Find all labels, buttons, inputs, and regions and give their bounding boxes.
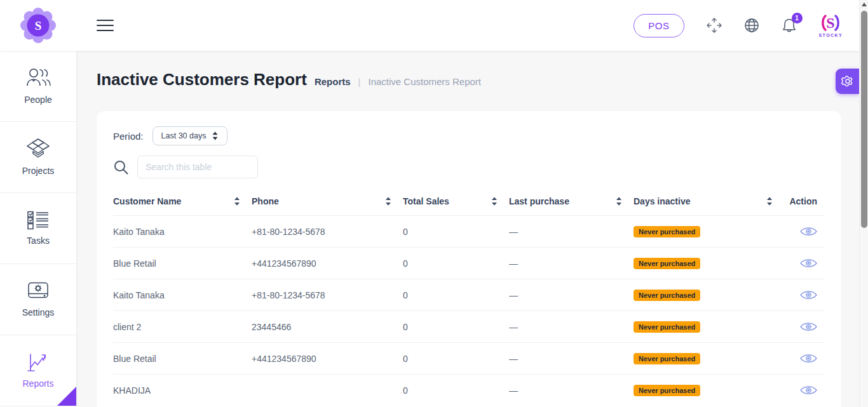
sidebar-item-tasks[interactable]: Tasks — [0, 193, 76, 264]
never-purchased-badge: Never purchased — [634, 353, 700, 364]
sidebar-item-projects[interactable]: Projects — [0, 122, 76, 193]
period-value: Last 30 days — [161, 131, 207, 140]
cell-phone: +441234567890 — [252, 354, 403, 364]
cell-days-inactive: Never purchased — [634, 290, 784, 301]
sidebar-item-label: Projects — [22, 166, 55, 176]
cell-last-purchase: — — [509, 385, 634, 396]
cell-phone: +441234567890 — [252, 258, 403, 269]
table-search-input[interactable] — [137, 156, 258, 178]
column-header-phone[interactable]: Phone — [252, 196, 403, 206]
cell-last-purchase: — — [509, 322, 634, 332]
updown-arrows-icon — [212, 131, 219, 140]
never-purchased-badge: Never purchased — [634, 258, 700, 269]
view-details-button[interactable] — [800, 353, 817, 364]
eye-icon — [800, 321, 817, 332]
column-header-action: Action — [784, 196, 825, 206]
eye-icon — [800, 258, 817, 269]
sort-icon[interactable] — [234, 197, 240, 206]
pos-button[interactable]: POS — [634, 14, 684, 37]
tasks-icon — [27, 211, 50, 230]
sidebar-nav: People Projects Tasks Set — [0, 51, 76, 407]
scrollbar-up-arrow-icon[interactable] — [862, 3, 867, 6]
cell-action — [784, 258, 825, 269]
cell-total-sales: 0 — [403, 227, 509, 237]
cell-action — [784, 321, 825, 332]
view-details-button[interactable] — [800, 385, 817, 396]
cell-customer-name: Kaito Tanaka — [113, 290, 252, 300]
column-header-days-inactive[interactable]: Days inactive — [634, 196, 784, 206]
notifications-bell-icon[interactable]: 1 — [781, 17, 797, 34]
globe-icon[interactable] — [744, 18, 759, 33]
report-card: Period: Last 30 days Customer Name — [97, 111, 841, 407]
never-purchased-badge: Never purchased — [634, 321, 700, 333]
breadcrumb-separator: | — [358, 76, 361, 87]
sort-icon[interactable] — [385, 197, 391, 206]
cell-customer-name: Blue Retail — [113, 354, 252, 364]
period-select[interactable]: Last 30 days — [153, 126, 228, 145]
table-header-row: Customer Name Phone Total Sales Last pur… — [113, 192, 825, 215]
projects-icon — [26, 138, 50, 160]
sort-icon[interactable] — [616, 197, 622, 206]
header-actions: POS 1 — [634, 0, 843, 51]
cell-total-sales: 0 — [403, 385, 509, 396]
sidebar-item-settings[interactable]: Settings — [0, 264, 76, 335]
table-row: Blue Retail +441234567890 0 — Never purc… — [113, 342, 825, 374]
stocky-brand-name: STOCKY — [819, 33, 843, 37]
page-title-row: Inactive Customers Report Reports | Inac… — [97, 70, 859, 90]
menu-toggle-icon[interactable] — [97, 18, 114, 32]
period-label: Period: — [113, 131, 144, 142]
cell-total-sales: 0 — [403, 258, 509, 269]
table-row: Kaito Tanaka +81-80-1234-5678 0 — Never … — [113, 215, 825, 247]
sidebar-item-label: People — [24, 95, 52, 105]
never-purchased-badge: Never purchased — [634, 226, 700, 237]
svg-text:S: S — [827, 15, 835, 31]
notification-count-badge: 1 — [792, 13, 803, 23]
cell-customer-name: Blue Retail — [113, 258, 252, 269]
column-header-last-purchase[interactable]: Last purchase — [509, 196, 634, 206]
customizer-gear-button[interactable] — [836, 69, 859, 94]
search-icon — [113, 159, 129, 175]
reports-icon — [27, 352, 50, 373]
cell-total-sales: 0 — [403, 290, 509, 300]
page-scrollbar[interactable] — [859, 0, 868, 407]
cell-phone: +81-80-1234-5678 — [252, 290, 403, 300]
cell-total-sales: 0 — [403, 354, 509, 364]
period-filter-row: Period: Last 30 days — [113, 126, 825, 145]
breadcrumb-current: Inactive Customers Report — [368, 76, 481, 87]
svg-text:S: S — [35, 19, 42, 32]
cell-phone: 23445466 — [252, 322, 403, 332]
breadcrumb-section[interactable]: Reports — [315, 76, 351, 87]
sidebar-item-people[interactable]: People — [0, 51, 76, 122]
column-header-customer-name[interactable]: Customer Name — [113, 196, 252, 206]
cell-action — [784, 226, 825, 237]
cell-customer-name: KHADIJA — [113, 385, 252, 396]
never-purchased-badge: Never purchased — [634, 385, 700, 396]
app-logo[interactable]: S — [20, 8, 56, 43]
sort-icon[interactable] — [766, 197, 773, 206]
table-row: client 2 23445466 0 — Never purchased — [113, 310, 825, 342]
cell-customer-name: client 2 — [113, 322, 252, 332]
view-details-button[interactable] — [800, 290, 817, 300]
table-row: Blue Retail +441234567890 0 — Never purc… — [113, 247, 825, 279]
table-row: KHADIJA 0 — Never purchased — [113, 374, 825, 406]
table-row: Kaito Tanaka +81-80-1234-5678 0 — Never … — [113, 279, 825, 310]
scrollbar-thumb[interactable] — [861, 11, 867, 228]
cell-phone: +81-80-1234-5678 — [252, 227, 403, 237]
cell-action — [784, 290, 825, 300]
view-details-button[interactable] — [800, 321, 817, 332]
top-header: S POS 1 — [0, 0, 868, 51]
gear-icon — [841, 75, 854, 88]
view-details-button[interactable] — [800, 258, 817, 269]
eye-icon — [800, 290, 817, 300]
cell-last-purchase: — — [509, 258, 634, 269]
sidebar-item-label: Settings — [22, 307, 55, 317]
cell-customer-name: Kaito Tanaka — [113, 227, 252, 237]
cell-last-purchase: — — [509, 290, 634, 300]
stocky-brand-logo[interactable]: S STOCKY — [819, 13, 843, 37]
sort-icon[interactable] — [491, 197, 498, 206]
column-header-total-sales[interactable]: Total Sales — [403, 196, 509, 206]
sidebar-item-reports[interactable]: Reports — [0, 335, 76, 406]
sidebar-item-label: Tasks — [27, 236, 50, 246]
fullscreen-move-icon[interactable] — [706, 17, 722, 34]
view-details-button[interactable] — [800, 226, 817, 237]
